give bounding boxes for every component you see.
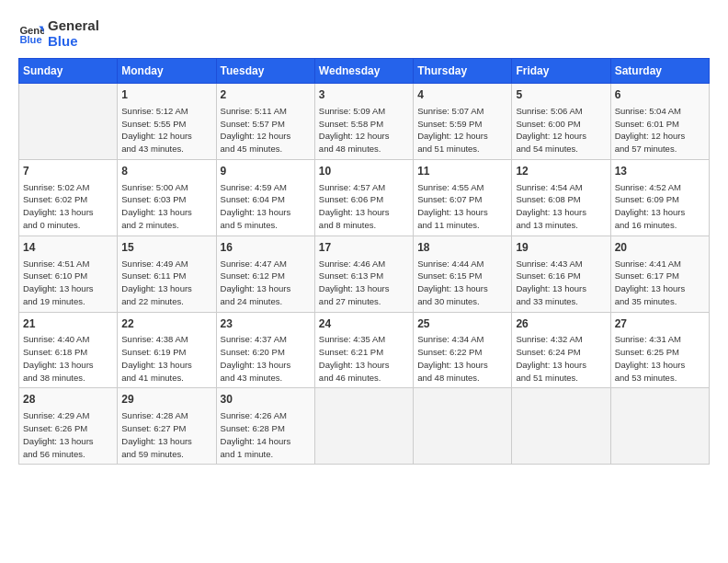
day-number: 5 xyxy=(516,87,606,103)
day-info: Sunrise: 4:28 AMSunset: 6:27 PMDaylight:… xyxy=(121,409,211,460)
week-row-4: 21Sunrise: 4:40 AMSunset: 6:18 PMDayligh… xyxy=(19,312,710,388)
day-cell: 29Sunrise: 4:28 AMSunset: 6:27 PMDayligh… xyxy=(118,388,216,465)
day-info: Sunrise: 5:12 AMSunset: 5:55 PMDaylight:… xyxy=(121,105,211,155)
day-info: Sunrise: 4:57 AMSunset: 6:06 PMDaylight:… xyxy=(319,181,409,232)
day-info: Sunrise: 5:11 AMSunset: 5:57 PMDaylight:… xyxy=(221,105,311,155)
day-cell: 27Sunrise: 4:31 AMSunset: 6:25 PMDayligh… xyxy=(610,312,709,388)
day-cell xyxy=(610,388,709,465)
day-number: 27 xyxy=(615,316,705,332)
day-info: Sunrise: 4:44 AMSunset: 6:15 PMDaylight:… xyxy=(417,258,507,308)
day-cell: 23Sunrise: 4:37 AMSunset: 6:20 PMDayligh… xyxy=(216,312,314,388)
logo-blue: Blue xyxy=(48,33,78,49)
week-row-1: 1Sunrise: 5:12 AMSunset: 5:55 PMDaylight… xyxy=(19,84,710,160)
week-row-2: 7Sunrise: 5:02 AMSunset: 6:02 PMDaylight… xyxy=(19,159,710,236)
day-info: Sunrise: 4:51 AMSunset: 6:10 PMDaylight:… xyxy=(23,258,113,308)
day-cell: 3Sunrise: 5:09 AMSunset: 5:58 PMDaylight… xyxy=(314,84,413,160)
day-number: 2 xyxy=(221,87,311,103)
day-number: 28 xyxy=(23,392,113,408)
day-cell: 2Sunrise: 5:11 AMSunset: 5:57 PMDaylight… xyxy=(216,84,314,160)
day-info: Sunrise: 4:32 AMSunset: 6:24 PMDaylight:… xyxy=(516,333,606,384)
svg-text:Blue: Blue xyxy=(19,33,41,44)
header-cell-wednesday: Wednesday xyxy=(314,59,413,84)
page-header: General Blue General Blue xyxy=(18,18,710,49)
header-cell-tuesday: Tuesday xyxy=(216,59,314,84)
day-cell: 19Sunrise: 4:43 AMSunset: 6:16 PMDayligh… xyxy=(512,236,610,312)
calendar-table: SundayMondayTuesdayWednesdayThursdayFrid… xyxy=(18,58,710,465)
day-cell xyxy=(314,388,413,465)
logo-general: General xyxy=(48,17,99,33)
header-cell-thursday: Thursday xyxy=(414,59,512,84)
logo-icon: General Blue xyxy=(18,21,44,47)
day-info: Sunrise: 4:49 AMSunset: 6:11 PMDaylight:… xyxy=(121,258,211,308)
day-cell: 5Sunrise: 5:06 AMSunset: 6:00 PMDaylight… xyxy=(512,84,610,160)
day-info: Sunrise: 4:34 AMSunset: 6:22 PMDaylight:… xyxy=(417,333,507,384)
day-cell: 17Sunrise: 4:46 AMSunset: 6:13 PMDayligh… xyxy=(314,236,413,312)
header-cell-saturday: Saturday xyxy=(610,59,709,84)
day-number: 30 xyxy=(221,392,311,408)
day-number: 9 xyxy=(221,164,311,179)
calendar-body: 1Sunrise: 5:12 AMSunset: 5:55 PMDaylight… xyxy=(19,84,710,465)
day-cell: 1Sunrise: 5:12 AMSunset: 5:55 PMDaylight… xyxy=(118,84,216,160)
day-cell: 18Sunrise: 4:44 AMSunset: 6:15 PMDayligh… xyxy=(414,236,512,312)
day-number: 26 xyxy=(516,316,606,332)
day-number: 29 xyxy=(121,392,211,408)
day-number: 16 xyxy=(221,240,311,256)
day-cell: 10Sunrise: 4:57 AMSunset: 6:06 PMDayligh… xyxy=(314,159,413,236)
day-cell: 4Sunrise: 5:07 AMSunset: 5:59 PMDaylight… xyxy=(414,84,512,160)
day-cell: 26Sunrise: 4:32 AMSunset: 6:24 PMDayligh… xyxy=(512,312,610,388)
day-cell: 9Sunrise: 4:59 AMSunset: 6:04 PMDaylight… xyxy=(216,159,314,236)
day-info: Sunrise: 4:54 AMSunset: 6:08 PMDaylight:… xyxy=(516,181,606,232)
day-number: 22 xyxy=(121,316,211,332)
day-number: 17 xyxy=(319,240,409,256)
day-number: 3 xyxy=(319,87,409,103)
day-cell: 7Sunrise: 5:02 AMSunset: 6:02 PMDaylight… xyxy=(19,159,118,236)
day-number: 12 xyxy=(516,164,606,179)
day-cell xyxy=(414,388,512,465)
day-cell: 8Sunrise: 5:00 AMSunset: 6:03 PMDaylight… xyxy=(118,159,216,236)
day-cell xyxy=(512,388,610,465)
day-info: Sunrise: 4:46 AMSunset: 6:13 PMDaylight:… xyxy=(319,258,409,308)
day-number: 20 xyxy=(615,240,705,256)
day-number: 23 xyxy=(221,316,311,332)
day-info: Sunrise: 4:35 AMSunset: 6:21 PMDaylight:… xyxy=(319,333,409,384)
day-info: Sunrise: 4:31 AMSunset: 6:25 PMDaylight:… xyxy=(615,333,705,384)
day-cell: 22Sunrise: 4:38 AMSunset: 6:19 PMDayligh… xyxy=(118,312,216,388)
day-info: Sunrise: 5:00 AMSunset: 6:03 PMDaylight:… xyxy=(121,181,211,232)
header-cell-monday: Monday xyxy=(118,59,216,84)
day-info: Sunrise: 4:29 AMSunset: 6:26 PMDaylight:… xyxy=(23,409,113,460)
header-cell-friday: Friday xyxy=(512,59,610,84)
header-row: SundayMondayTuesdayWednesdayThursdayFrid… xyxy=(19,59,710,84)
day-number: 8 xyxy=(121,164,211,179)
day-cell: 6Sunrise: 5:04 AMSunset: 6:01 PMDaylight… xyxy=(610,84,709,160)
day-number: 25 xyxy=(417,316,507,332)
day-info: Sunrise: 4:55 AMSunset: 6:07 PMDaylight:… xyxy=(417,181,507,232)
day-cell: 16Sunrise: 4:47 AMSunset: 6:12 PMDayligh… xyxy=(216,236,314,312)
day-info: Sunrise: 4:52 AMSunset: 6:09 PMDaylight:… xyxy=(615,181,705,232)
day-cell: 15Sunrise: 4:49 AMSunset: 6:11 PMDayligh… xyxy=(118,236,216,312)
day-cell: 24Sunrise: 4:35 AMSunset: 6:21 PMDayligh… xyxy=(314,312,413,388)
day-cell: 25Sunrise: 4:34 AMSunset: 6:22 PMDayligh… xyxy=(414,312,512,388)
day-number: 14 xyxy=(23,240,113,256)
logo: General Blue General Blue xyxy=(18,18,99,49)
day-info: Sunrise: 5:06 AMSunset: 6:00 PMDaylight:… xyxy=(516,105,606,155)
day-info: Sunrise: 4:40 AMSunset: 6:18 PMDaylight:… xyxy=(23,333,113,384)
day-info: Sunrise: 4:37 AMSunset: 6:20 PMDaylight:… xyxy=(221,333,311,384)
day-info: Sunrise: 4:59 AMSunset: 6:04 PMDaylight:… xyxy=(221,181,311,232)
day-number: 6 xyxy=(615,87,705,103)
day-cell: 11Sunrise: 4:55 AMSunset: 6:07 PMDayligh… xyxy=(414,159,512,236)
day-number: 1 xyxy=(121,87,211,103)
day-number: 15 xyxy=(121,240,211,256)
day-info: Sunrise: 4:43 AMSunset: 6:16 PMDaylight:… xyxy=(516,258,606,308)
week-row-5: 28Sunrise: 4:29 AMSunset: 6:26 PMDayligh… xyxy=(19,388,710,465)
day-number: 11 xyxy=(417,164,507,179)
day-number: 13 xyxy=(615,164,705,179)
day-cell: 20Sunrise: 4:41 AMSunset: 6:17 PMDayligh… xyxy=(610,236,709,312)
day-cell xyxy=(19,84,118,160)
day-cell: 14Sunrise: 4:51 AMSunset: 6:10 PMDayligh… xyxy=(19,236,118,312)
day-info: Sunrise: 4:26 AMSunset: 6:28 PMDaylight:… xyxy=(221,409,311,460)
day-number: 7 xyxy=(23,164,113,179)
day-number: 4 xyxy=(417,87,507,103)
calendar-header: SundayMondayTuesdayWednesdayThursdayFrid… xyxy=(19,59,710,84)
day-info: Sunrise: 5:07 AMSunset: 5:59 PMDaylight:… xyxy=(417,105,507,155)
day-number: 24 xyxy=(319,316,409,332)
